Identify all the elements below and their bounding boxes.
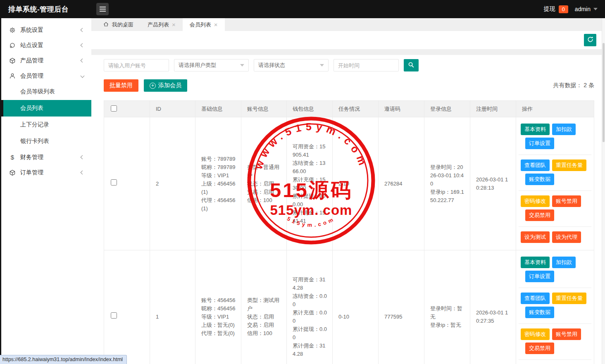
disable-trade-button[interactable]: 交易禁用 [525,343,554,354]
withdraw-label: 提现 [544,5,555,13]
plus-icon: + [150,83,156,89]
cell-account-info: 类型：测试用户状态：启用交易：启用信用：100 [241,250,287,364]
refresh-button[interactable] [584,34,596,46]
chevron-left-icon [81,28,85,32]
order-settings-button[interactable]: 订单设置 [525,271,554,282]
change-password-button[interactable]: 密码修改 [521,328,550,340]
cube-icon [9,169,16,176]
sidebar-item-member-list[interactable]: 会员列表 [1,100,91,117]
search-button[interactable] [404,59,419,71]
sidebar-item-updown-records[interactable]: 上下分记录 [1,117,91,133]
cell-actions: 基本资料加扣款订单设置 查看团队重置任务量账变数据 密码修改账号禁用交易禁用 设… [516,117,594,250]
sidebar-item-system-settings[interactable]: 系统设置 [1,22,91,38]
col-header-id: ID [150,101,195,117]
chevron-left-icon [81,171,85,175]
app-header: 排单系统-管理后台 提现 0 admin [0,0,605,18]
home-icon [103,21,109,29]
balance-change-button[interactable]: 账变数据 [525,307,554,318]
cell-invite-code: 777595 [379,250,424,364]
action-bar: 批量禁用 + 添加会员 共有数据： 2 条 [104,79,594,92]
add-member-button[interactable]: + 添加会员 [144,79,187,92]
reset-task-button[interactable]: 重置任务量 [552,293,586,304]
add-deduct-button[interactable]: 加扣款 [552,257,576,268]
refresh-icon [587,36,594,44]
page-title: 排单系统-管理后台 [0,5,91,14]
sidebar-item-order-management[interactable]: 订单管理 [1,165,91,180]
row-checkbox[interactable] [111,179,117,186]
admin-username: admin [575,6,591,12]
cell-basic-info: 账号：789789昵称：789789等级：VIP1上级：456456(1)代理：… [195,117,241,250]
sidebar-item-label: 系统设置 [20,26,43,34]
order-settings-button[interactable]: 订单设置 [525,138,554,149]
reset-task-button[interactable]: 重置任务量 [552,159,586,171]
withdraw-link[interactable]: 提现 0 [544,5,568,13]
vertical-scrollbar[interactable] [602,18,605,364]
action-group: 基本资料加扣款订单设置 [519,252,591,288]
sidebar-item-finance-management[interactable]: $ 财务管理 [1,150,91,165]
cell-register-time: 2026-03-01 10:27:35 [470,250,516,364]
batch-disable-button[interactable]: 批量禁用 [104,79,138,92]
tab-label: 产品列表 [148,21,169,29]
add-member-label: 添加会员 [158,82,181,89]
hamburger-menu-button[interactable] [96,3,109,15]
select-all-checkbox[interactable] [111,105,117,112]
col-header-login: 登录信息 [424,101,470,117]
col-header-task: 任务情况 [333,101,379,117]
close-icon[interactable]: × [214,21,218,28]
basic-profile-button[interactable]: 基本资料 [521,257,550,268]
user-icon [9,73,16,79]
basic-profile-button[interactable]: 基本资料 [521,124,550,135]
sidebar-item-site-settings[interactable]: 站点设置 [1,38,91,53]
sidebar-item-bankcard-list[interactable]: 银行卡列表 [1,133,91,150]
tab-desktop[interactable]: 我的桌面 [96,18,141,31]
set-test-button[interactable]: 设为测试 [521,231,550,243]
account-search-input[interactable] [104,59,169,71]
chevron-down-icon [593,8,598,10]
gear-icon [9,27,16,33]
disable-account-button[interactable]: 账号禁用 [552,328,581,340]
change-password-button[interactable]: 密码修改 [521,195,550,207]
action-group: 设为测试设为代理 [519,227,591,248]
member-table: ID 基础信息 账号信息 钱包信息 任务情况 邀请码 登录信息 注册时间 操作 … [104,100,594,364]
close-icon[interactable]: × [172,21,176,28]
cell-actions: 基本资料加扣款订单设置 查看团队重置任务量账变数据 密码修改账号禁用交易禁用 设… [516,250,594,364]
tab-product-list[interactable]: 产品列表 × [141,18,183,31]
cell-wallet-info: 可用资金：15905.41冻结资金：1366.00累计充值：1530.00累计提… [287,117,333,250]
disable-trade-button[interactable]: 交易禁用 [525,209,554,221]
disable-account-button[interactable]: 账号禁用 [552,195,581,207]
row-checkbox[interactable] [111,312,117,319]
chevron-left-icon [81,43,85,48]
view-team-button[interactable]: 查看团队 [521,293,550,304]
tab-label: 会员列表 [190,21,211,29]
balance-change-button[interactable]: 账变数据 [525,174,554,185]
tab-member-list[interactable]: 会员列表 × [183,18,225,31]
scrollbar-thumb[interactable] [603,43,605,142]
set-agent-button[interactable]: 设为代理 [552,231,581,243]
status-select-value: 请选择状态 [258,62,285,69]
sidebar-item-member-management[interactable]: 会员管理 [1,68,91,83]
view-team-button[interactable]: 查看团队 [521,159,550,171]
admin-menu[interactable]: admin [575,6,598,12]
table-row: 1 账号：456456昵称：456456等级：VIP1上级：暂无(0)代理：暂无… [104,250,594,364]
action-group: 密码修改账号禁用交易禁用 [519,191,591,227]
tab-toolbar [91,31,605,49]
sidebar-item-member-level-list[interactable]: 会员等级列表 [1,83,91,100]
cell-invite-code: 276284 [379,117,424,250]
cell-id: 1 [150,250,195,364]
add-deduct-button[interactable]: 加扣款 [552,124,576,135]
action-group: 查看团队重置任务量账变数据 [519,288,591,324]
sidebar-subitem-label: 会员列表 [20,105,43,112]
cell-register-time: 2026-03-01 10:28:13 [470,117,516,250]
search-icon [408,62,414,69]
user-type-select-value: 请选择用户类型 [179,62,216,69]
user-type-select[interactable]: 请选择用户类型 [174,59,249,71]
action-group: 密码修改账号禁用交易禁用 [519,324,591,360]
cell-task: 2-10 [333,117,379,250]
content-gap [91,49,605,55]
start-time-input[interactable] [333,59,399,71]
col-header-actions: 操作 [516,101,594,117]
sidebar-item-product-management[interactable]: 产品管理 [1,53,91,68]
col-header-invite: 邀请码 [379,101,424,117]
dollar-icon: $ [9,154,16,161]
status-select[interactable]: 请选择状态 [254,59,329,71]
